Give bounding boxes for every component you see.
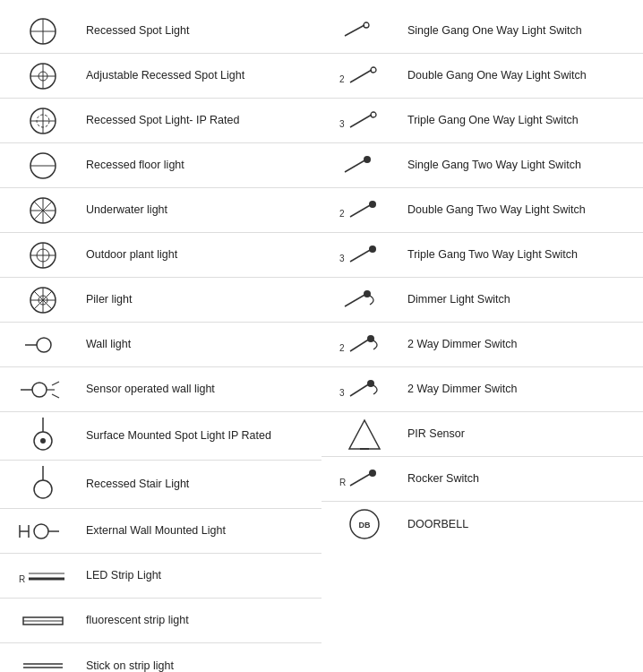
list-item: fluorescent strip light	[0, 599, 322, 643]
list-item: 3 Triple Gang Two Way Light Switch	[322, 233, 643, 278]
list-item: Dimmer Light Switch	[322, 278, 643, 323]
list-item: 2 Double Gang Two Way Light Switch	[322, 188, 643, 233]
item-label: Double Gang Two Way Light Switch	[400, 202, 636, 218]
item-label: PIR Sensor	[400, 426, 636, 442]
svg-text:3: 3	[339, 119, 345, 129]
item-label: Underwater light	[79, 202, 314, 218]
left-column: Recessed Spot Light Adjustable Recessed …	[0, 9, 322, 672]
item-label: 2 Way Dimmer Switch	[400, 382, 636, 397]
symbol-switch-double-one-way: 2	[329, 63, 400, 90]
svg-line-52	[345, 25, 364, 36]
svg-line-74	[350, 383, 370, 396]
list-item: Wall light	[0, 323, 322, 367]
item-label: 2 Way Dimmer Switch	[400, 337, 636, 352]
symbol-pir-sensor	[329, 417, 400, 452]
symbol-sensor-wall	[7, 376, 79, 403]
symbol-wall-light	[7, 332, 79, 358]
list-item: Recessed Spot Light- IP Rated	[0, 99, 322, 143]
list-item: Recessed floor light	[0, 143, 322, 188]
symbol-led-strip: R	[7, 563, 79, 590]
symbol-rocker-switch: R	[329, 466, 400, 493]
item-label: fluorescent strip light	[79, 613, 314, 628]
symbol-stick-on-strip	[7, 652, 79, 672]
svg-point-72	[367, 335, 374, 342]
list-item: 2 Double Gang One Way Light Switch	[322, 54, 643, 99]
svg-line-55	[350, 70, 372, 82]
list-item: Surface Mounted Spot Light IP Rated	[0, 412, 322, 461]
item-label: LED Strip Light	[79, 568, 314, 583]
symbol-recessed-floor	[7, 148, 79, 184]
item-label: Recessed Spot Light	[79, 23, 314, 39]
svg-line-58	[350, 115, 372, 127]
item-label: External Wall Mounted Light	[79, 523, 314, 538]
legend-grid: Recessed Spot Light Adjustable Recessed …	[0, 9, 643, 672]
svg-point-39	[34, 480, 52, 498]
svg-line-66	[350, 249, 372, 262]
list-item: R LED Strip Light	[0, 554, 322, 599]
symbol-switch-double-two-way: 2	[329, 197, 400, 224]
symbol-recessed-stair	[7, 464, 79, 504]
item-label: Adjustable Recessed Spot Light	[79, 68, 314, 83]
svg-point-31	[32, 383, 47, 397]
svg-point-61	[364, 156, 371, 163]
symbol-fluorescent-strip	[7, 607, 79, 634]
item-label: Single Gang Two Way Light Switch	[400, 158, 636, 173]
list-item: Single Gang Two Way Light Switch	[322, 143, 643, 188]
right-column: Single Gang One Way Light Switch 2 Doubl…	[322, 9, 643, 672]
list-item: PIR Sensor	[322, 412, 643, 457]
svg-text:DB: DB	[359, 521, 371, 530]
symbol-recessed-spot	[7, 13, 79, 49]
list-item: Single Gang One Way Light Switch	[322, 9, 643, 54]
item-label: Triple Gang One Way Light Switch	[400, 113, 636, 128]
item-label: Sensor operated wall light	[79, 382, 314, 397]
symbol-switch-triple-two-way: 3	[329, 242, 400, 269]
list-item: Adjustable Recessed Spot Light	[0, 54, 322, 99]
item-label: Recessed Spot Light- IP Rated	[79, 113, 314, 128]
svg-text:3: 3	[339, 254, 345, 263]
symbol-underwater	[7, 193, 79, 228]
svg-line-34	[52, 394, 59, 398]
svg-point-75	[367, 380, 374, 387]
item-label: Recessed floor light	[79, 158, 314, 173]
svg-text:R: R	[339, 478, 346, 487]
svg-text:2: 2	[339, 74, 345, 84]
svg-line-79	[350, 473, 372, 486]
item-label: Piler light	[79, 292, 314, 307]
svg-text:2: 2	[339, 209, 345, 219]
symbol-adjustable-recessed	[7, 58, 79, 94]
list-item: DB DOORBELL	[322, 502, 643, 547]
symbol-switch-3way-dimmer: 3	[329, 376, 400, 403]
list-item: Stick on strip light	[0, 643, 322, 672]
list-item: External Wall Mounted Light	[0, 509, 322, 554]
list-item: Recessed Stair Light	[0, 461, 322, 509]
item-label: Rocker Switch	[400, 471, 636, 487]
list-item: Outdoor plant light	[0, 233, 322, 278]
svg-text:R: R	[19, 574, 25, 584]
list-item: 2 2 Way Dimmer Switch	[322, 323, 643, 367]
list-item: Piler light	[0, 278, 322, 323]
svg-line-60	[345, 159, 366, 172]
symbol-piler	[7, 282, 79, 318]
item-label: Triple Gang Two Way Light Switch	[400, 247, 636, 263]
symbol-recessed-spot-ip	[7, 103, 79, 139]
svg-line-63	[350, 204, 372, 217]
svg-point-69	[364, 290, 371, 297]
symbol-switch-single-one-way	[329, 18, 400, 45]
svg-line-68	[345, 294, 366, 306]
list-item: R Rocker Switch	[322, 457, 643, 502]
list-item: Recessed Spot Light	[0, 9, 322, 54]
svg-point-37	[40, 438, 46, 444]
svg-point-67	[369, 246, 376, 253]
item-label: Stick on strip light	[79, 659, 314, 672]
svg-point-43	[34, 524, 48, 538]
svg-marker-76	[349, 420, 380, 449]
svg-point-80	[369, 470, 376, 477]
svg-point-64	[369, 201, 376, 208]
symbol-surface-mounted	[7, 416, 79, 456]
list-item: 3 Triple Gang One Way Light Switch	[322, 99, 643, 143]
item-label: Surface Mounted Spot Light IP Rated	[79, 428, 314, 444]
item-label: Double Gang One Way Light Switch	[400, 68, 636, 83]
svg-line-33	[52, 382, 59, 385]
list-item: Sensor operated wall light	[0, 367, 322, 412]
list-item: Underwater light	[0, 188, 322, 233]
